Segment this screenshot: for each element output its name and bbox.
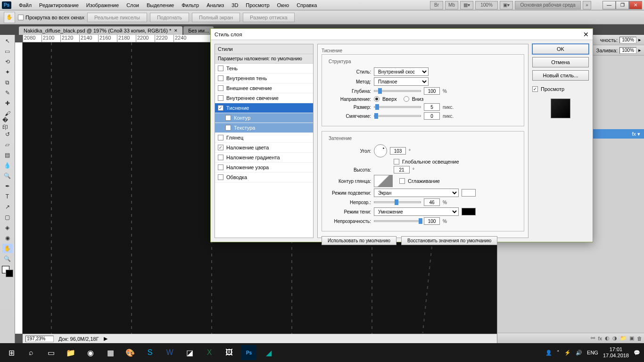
style-outer-glow[interactable]: Внешнее свечение	[215, 83, 313, 93]
style-gradient-overlay[interactable]: Наложение градиента	[215, 153, 313, 163]
folder-icon[interactable]: 📁	[620, 335, 627, 341]
shadow-mode-select[interactable]: Умножение	[374, 207, 459, 216]
close-icon[interactable]: ✕	[583, 31, 589, 38]
notifications-icon[interactable]: 💬	[634, 350, 640, 356]
actual-pixels-button[interactable]: Реальные пикселы	[87, 13, 147, 22]
global-light-checkbox[interactable]	[394, 159, 399, 165]
window-restore-button[interactable]: ❐	[616, 1, 629, 9]
menu-select[interactable]: Выделение	[143, 1, 178, 9]
depth-slider[interactable]	[374, 90, 421, 92]
shadow-opacity-input[interactable]	[424, 217, 440, 225]
menu-edit[interactable]: Редактирование	[35, 1, 83, 9]
eyedropper-tool[interactable]: ✎	[2, 88, 13, 98]
zoom-input[interactable]	[25, 336, 54, 342]
minibridge-button[interactable]: Mb	[445, 1, 458, 9]
bridge-button[interactable]: Br	[430, 1, 443, 9]
explorer-icon[interactable]: 📁	[63, 345, 78, 360]
color-swatches[interactable]	[2, 266, 13, 277]
screen-mode-button[interactable]: ▣▾	[500, 1, 513, 9]
network-icon[interactable]: ⚡	[564, 350, 571, 356]
style-color-overlay[interactable]: ✓Наложение цвета	[215, 143, 313, 153]
chevron-right-icon[interactable]: ▸	[638, 37, 641, 43]
fx-icon[interactable]: fx	[598, 336, 602, 341]
move-tool[interactable]: ↖	[2, 36, 13, 46]
excel-icon[interactable]: X	[202, 345, 217, 360]
people-icon[interactable]: 👤	[545, 350, 552, 356]
scroll-all-windows-checkbox[interactable]: Прокрутка во всех окнах	[18, 15, 84, 20]
full-screen-button[interactable]: Полный экран	[192, 13, 240, 22]
styles-header[interactable]: Стили	[215, 44, 313, 54]
eraser-tool[interactable]: ▱	[2, 140, 13, 149]
preview-checkbox[interactable]: ✓Просмотр	[532, 86, 589, 92]
cancel-button[interactable]: Отмена	[532, 57, 589, 67]
link-icon[interactable]: ⚯	[591, 335, 595, 341]
shape-tool[interactable]: ▢	[2, 213, 13, 222]
search-icon[interactable]: ⌕	[24, 345, 39, 360]
angle-input[interactable]	[390, 147, 406, 155]
direction-up-radio[interactable]	[374, 96, 380, 102]
chevron-right-icon[interactable]: ▸	[638, 47, 641, 53]
workspace-more-icon[interactable]: »	[583, 1, 591, 9]
trash-icon[interactable]: 🗑	[637, 336, 642, 341]
gloss-contour[interactable]	[374, 175, 393, 187]
highlight-mode-select[interactable]: Экран	[374, 189, 459, 197]
depth-input[interactable]	[424, 87, 440, 95]
lasso-tool[interactable]: ⟲	[2, 57, 13, 66]
chrome-icon[interactable]: ◉	[83, 345, 98, 360]
soften-input[interactable]	[424, 112, 440, 120]
history-brush-tool[interactable]: ↺	[2, 130, 13, 139]
paint-icon[interactable]: 🎨	[123, 345, 138, 360]
reset-default-button[interactable]: Восстановить значения по умолчанию	[401, 236, 497, 245]
angle-dial[interactable]	[374, 144, 387, 157]
direction-down-radio[interactable]	[404, 96, 409, 102]
size-input[interactable]	[424, 103, 440, 111]
altitude-input[interactable]	[394, 166, 410, 173]
menu-help[interactable]: Справка	[293, 1, 321, 9]
print-size-button[interactable]: Размер оттиска	[243, 13, 295, 22]
technique-select[interactable]: Плавное	[374, 77, 429, 86]
style-satin[interactable]: Глянец	[215, 133, 313, 143]
style-contour[interactable]: Контур	[215, 113, 313, 123]
clock[interactable]: 17:01 17.04.2018	[603, 346, 629, 359]
style-inner-shadow[interactable]: Внутренняя тень	[215, 74, 313, 83]
menu-filter[interactable]: Фильтр	[178, 1, 203, 9]
zoom-level[interactable]: 100%	[475, 1, 498, 9]
blur-tool[interactable]: 💧	[2, 161, 13, 170]
background-color[interactable]	[6, 270, 13, 277]
stamp-tool[interactable]: �印	[2, 119, 13, 129]
menu-3d[interactable]: 3D	[228, 1, 242, 9]
highlight-opacity-input[interactable]	[424, 198, 440, 206]
style-pattern-overlay[interactable]: Наложение узора	[215, 163, 313, 173]
opacity-value[interactable]: 100%	[619, 37, 636, 43]
path-tool[interactable]: ↗	[2, 202, 13, 212]
start-button[interactable]: ⊞	[4, 345, 19, 360]
hand-tool[interactable]: ✋	[2, 244, 13, 253]
arrange-button[interactable]: ▦▾	[460, 1, 473, 9]
chevron-right-icon[interactable]: ▶	[104, 336, 107, 342]
menu-window[interactable]: Окно	[273, 1, 293, 9]
mask-icon[interactable]: ◐	[605, 335, 610, 341]
new-style-button[interactable]: Новый стиль...	[532, 70, 589, 81]
close-icon[interactable]: ✕	[174, 28, 178, 33]
task-view-icon[interactable]: ▭	[43, 345, 58, 360]
marquee-tool[interactable]: ▭	[2, 47, 13, 56]
menu-layer[interactable]: Слои	[123, 1, 143, 9]
style-select[interactable]: Внутренний скос	[374, 67, 429, 76]
app-icon[interactable]: ◪	[182, 345, 197, 360]
crop-tool[interactable]: ⧉	[2, 78, 13, 87]
style-drop-shadow[interactable]: Тень	[215, 64, 313, 74]
shadow-opacity-slider[interactable]	[374, 220, 421, 222]
skype-icon[interactable]: S	[142, 345, 157, 360]
style-inner-glow[interactable]: Внутреннее свечение	[215, 93, 313, 103]
3d-tool[interactable]: ◈	[2, 223, 13, 232]
window-minimize-button[interactable]: —	[603, 1, 616, 9]
hand-tool-icon[interactable]: ✋	[4, 12, 15, 23]
document-tab-active[interactable]: Nakidka_diffuse_black.psd @ 197% (Слой 3…	[19, 26, 182, 35]
volume-icon[interactable]: 🔊	[576, 350, 582, 356]
blending-defaults[interactable]: Параметры наложения: по умолчанию	[215, 54, 313, 64]
style-texture[interactable]: Текстура	[215, 123, 313, 133]
3dsmax-icon[interactable]: ◢	[261, 345, 276, 360]
highlight-color[interactable]	[462, 189, 476, 197]
zoom-tool[interactable]: 🔍	[2, 254, 13, 263]
menu-image[interactable]: Изображение	[83, 1, 123, 9]
